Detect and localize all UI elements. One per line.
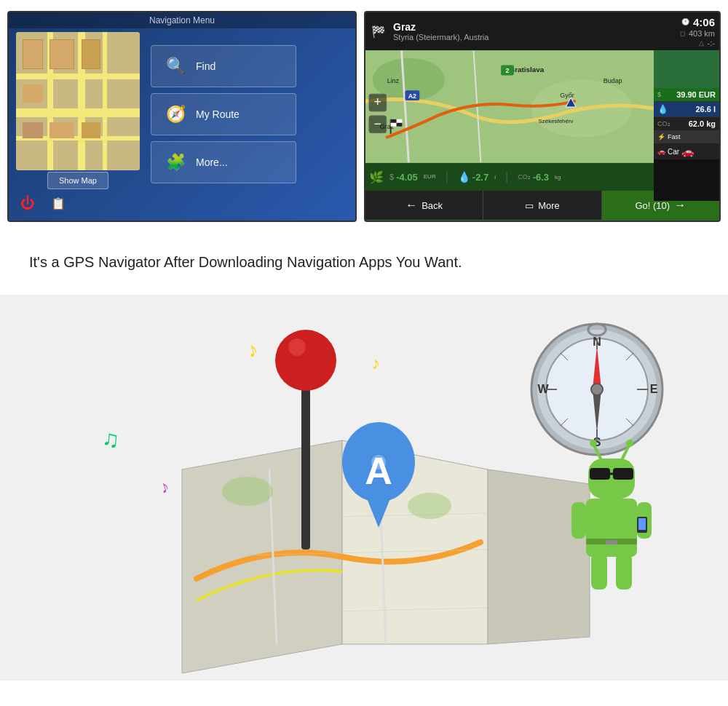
back-nav-button[interactable]: ← Back	[365, 191, 483, 220]
nav-menu-screenshot: Navigation Menu	[7, 11, 357, 222]
show-map-button[interactable]: Show Map	[47, 172, 108, 189]
settings-icon[interactable]: 📋	[47, 191, 70, 215]
description-section: It's a GPS Navigator After Downloading N…	[0, 229, 728, 295]
svg-rect-56	[586, 499, 637, 557]
gps-location: Graz Styria (Steiermark), Austria	[387, 12, 676, 50]
back-arrow-icon: ←	[405, 199, 417, 212]
svg-text:Győr: Győr	[560, 92, 574, 99]
cost-stat: $ -4.05	[389, 172, 418, 183]
nav-menu-title: Navigation Menu	[9, 12, 355, 28]
gps-region: Styria (Steiermark), Austria	[393, 33, 670, 41]
nav-menu-content: Show Map 🔍 Find 🧭 My Route 🧩 More...	[9, 28, 355, 200]
gps-screenshot: 🏁 Graz Styria (Steiermark), Austria 🕐 4:…	[364, 11, 721, 222]
svg-marker-24	[488, 469, 590, 644]
eco-icon: 🌿	[369, 170, 384, 184]
description-text: It's a GPS Navigator After Downloading N…	[29, 251, 699, 273]
svg-point-36	[371, 455, 386, 469]
more-icon: 🧩	[162, 149, 189, 175]
svg-rect-60	[616, 553, 632, 590]
svg-text:Bratislava: Bratislava	[510, 66, 545, 74]
svg-point-29	[408, 493, 451, 519]
map-svg: Linz Bratislava Győr Budap Székesfehérv …	[365, 50, 654, 163]
screenshots-row: Navigation Menu	[0, 0, 728, 229]
svg-point-54	[591, 384, 603, 395]
svg-rect-30	[301, 368, 310, 550]
bottom-icons: ⏻ 📋	[16, 191, 70, 215]
svg-rect-57	[571, 502, 586, 539]
svg-rect-59	[591, 553, 607, 590]
svg-rect-20	[391, 119, 397, 123]
co2-stat: CO₂ -6.3	[518, 172, 549, 183]
svg-point-28	[222, 477, 273, 506]
more-nav-button[interactable]: ▭ More	[483, 191, 601, 220]
fuel-stat: 💧 -2.7	[458, 171, 488, 183]
gps-city: Graz	[393, 21, 670, 33]
svg-rect-67	[613, 468, 633, 480]
svg-point-63	[590, 440, 597, 447]
illustration-section: ♪ ♫ ♪ ♫ ♪ ♫	[0, 295, 728, 681]
svg-text:2: 2	[506, 67, 510, 74]
my-route-icon: 🧭	[162, 101, 189, 127]
find-button[interactable]: 🔍 Find	[151, 45, 296, 87]
more-nav-icon: ▭	[525, 200, 534, 211]
svg-rect-21	[397, 123, 403, 127]
svg-text:E: E	[650, 383, 658, 395]
svg-text:+: +	[374, 95, 381, 109]
power-icon[interactable]: ⏻	[16, 191, 39, 215]
gps-map-section: Linz Bratislava Győr Budap Székesfehérv …	[365, 50, 719, 163]
main-illustration: A N S E W	[36, 309, 692, 673]
svg-text:Székesfehérv: Székesfehérv	[539, 118, 574, 124]
more-button[interactable]: 🧩 More...	[151, 141, 296, 183]
gps-map: Linz Bratislava Győr Budap Székesfehérv …	[365, 50, 654, 163]
svg-rect-66	[590, 468, 610, 480]
my-route-button[interactable]: 🧭 My Route	[151, 93, 296, 135]
map-preview	[16, 32, 140, 170]
svg-text:−: −	[374, 116, 381, 131]
svg-point-31	[275, 330, 336, 391]
svg-text:Budap: Budap	[604, 77, 622, 84]
svg-point-65	[626, 440, 633, 447]
svg-text:A2: A2	[408, 92, 416, 100]
svg-point-32	[288, 338, 306, 356]
gps-right-stats: $ 39.90 EUR 💧 26.6 l CO₂ 62.0 kg ⚡Fast	[654, 88, 719, 201]
gps-header: 🏁 Graz Styria (Steiermark), Austria 🕐 4:…	[365, 12, 719, 50]
svg-text:Linz: Linz	[387, 77, 400, 84]
find-icon: 🔍	[162, 53, 189, 79]
svg-rect-70	[638, 518, 646, 530]
nav-buttons: 🔍 Find 🧭 My Route 🧩 More...	[147, 28, 355, 200]
svg-rect-72	[606, 540, 617, 544]
